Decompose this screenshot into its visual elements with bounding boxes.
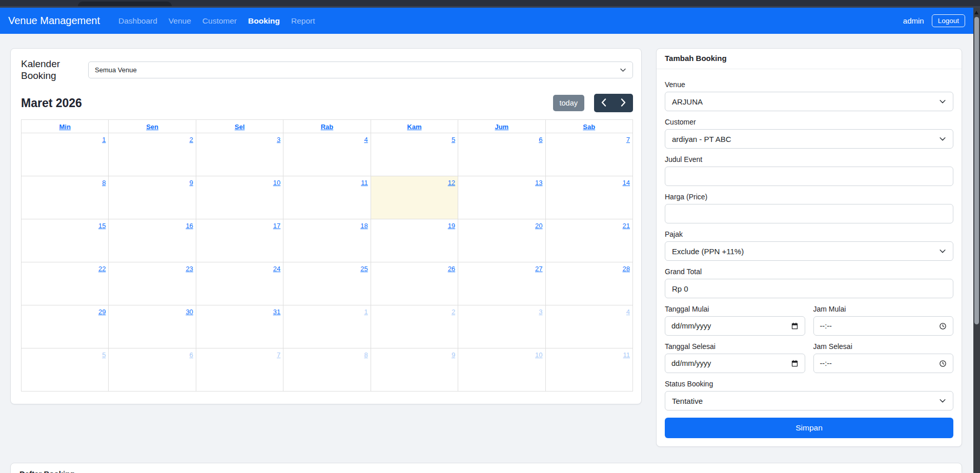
day-number-link[interactable]: 23 [186, 265, 193, 273]
day-number-link[interactable]: 14 [623, 179, 630, 187]
calendar-day-cell[interactable]: 9 [371, 348, 458, 392]
calendar-day-cell[interactable]: 2 [371, 305, 458, 348]
day-number-link[interactable]: 27 [535, 265, 542, 273]
day-number-link[interactable]: 11 [623, 351, 630, 359]
status-booking-select[interactable]: Tentative [665, 391, 953, 410]
calendar-day-cell-today[interactable]: 12 [371, 176, 458, 219]
grand-total-input[interactable] [665, 279, 953, 298]
calendar-day-cell[interactable]: 31 [196, 305, 283, 348]
nav-item-booking[interactable]: Booking [243, 12, 285, 30]
app-brand[interactable]: Venue Management [8, 15, 100, 27]
day-number-link[interactable]: 22 [98, 265, 106, 273]
jam-selesai-input[interactable]: --:-- [813, 354, 954, 373]
nav-item-report[interactable]: Report [286, 12, 320, 30]
day-number-link[interactable]: 9 [190, 179, 193, 187]
logout-button[interactable]: Logout [932, 14, 965, 27]
customer-select[interactable]: ardiyan - PT ABC [665, 129, 953, 149]
day-number-link[interactable]: 31 [273, 308, 280, 316]
calendar-day-cell[interactable]: 28 [545, 262, 632, 305]
day-number-link[interactable]: 8 [102, 179, 106, 187]
tanggal-selesai-input[interactable]: dd/mm/yyyy [665, 354, 805, 373]
weekday-link[interactable]: Sab [583, 123, 595, 131]
calendar-day-cell[interactable]: 30 [109, 305, 196, 348]
day-number-link[interactable]: 17 [273, 222, 280, 230]
calendar-day-cell[interactable]: 21 [545, 219, 632, 262]
clock-icon[interactable] [939, 322, 947, 330]
today-button[interactable]: today [553, 95, 584, 111]
weekday-link[interactable]: Jum [495, 123, 508, 131]
venue-select[interactable]: ARJUNA [665, 92, 953, 111]
calendar-day-cell[interactable]: 15 [22, 219, 109, 262]
calendar-day-cell[interactable]: 11 [545, 348, 632, 392]
scrollbar-up-icon[interactable] [974, 11, 978, 14]
tanggal-mulai-input[interactable]: dd/mm/yyyy [665, 316, 805, 336]
calendar-day-cell[interactable]: 8 [22, 176, 109, 219]
calendar-day-cell[interactable]: 9 [109, 176, 196, 219]
venue-filter-select[interactable]: Semua Venue [88, 61, 633, 78]
day-number-link[interactable]: 3 [277, 136, 280, 143]
nav-item-dashboard[interactable]: Dashboard [113, 12, 162, 30]
day-number-link[interactable]: 11 [361, 179, 368, 187]
day-number-link[interactable]: 7 [626, 136, 630, 143]
calendar-day-cell[interactable]: 7 [545, 133, 632, 176]
day-number-link[interactable]: 5 [102, 351, 106, 359]
nav-item-customer[interactable]: Customer [197, 12, 242, 30]
calendar-day-cell[interactable]: 6 [458, 133, 545, 176]
day-number-link[interactable]: 21 [623, 222, 630, 230]
calendar-day-cell[interactable]: 3 [458, 305, 545, 348]
calendar-day-cell[interactable]: 18 [283, 219, 371, 262]
calendar-day-cell[interactable]: 27 [458, 262, 545, 305]
day-number-link[interactable]: 1 [364, 308, 368, 316]
day-number-link[interactable]: 2 [190, 136, 193, 143]
prev-month-button[interactable] [594, 94, 614, 112]
calendar-day-cell[interactable]: 5 [371, 133, 458, 176]
calendar-day-cell[interactable]: 5 [22, 348, 109, 392]
day-number-link[interactable]: 4 [626, 308, 630, 316]
next-month-button[interactable] [614, 94, 633, 112]
judul-event-input[interactable] [665, 167, 953, 186]
calendar-day-cell[interactable]: 4 [283, 133, 371, 176]
day-number-link[interactable]: 10 [535, 351, 542, 359]
calendar-day-cell[interactable]: 4 [545, 305, 632, 348]
day-number-link[interactable]: 15 [98, 222, 106, 230]
clock-icon[interactable] [939, 360, 947, 367]
day-number-link[interactable]: 28 [623, 265, 630, 273]
calendar-day-cell[interactable]: 1 [22, 133, 109, 176]
weekday-link[interactable]: Rab [321, 123, 334, 131]
day-number-link[interactable]: 30 [186, 308, 193, 316]
day-number-link[interactable]: 13 [535, 179, 542, 187]
calendar-day-cell[interactable]: 13 [458, 176, 545, 219]
calendar-day-cell[interactable]: 10 [196, 176, 283, 219]
calendar-day-cell[interactable]: 11 [283, 176, 371, 219]
calendar-icon[interactable] [791, 322, 799, 330]
weekday-link[interactable]: Kam [407, 123, 421, 131]
calendar-day-cell[interactable]: 17 [196, 219, 283, 262]
day-number-link[interactable]: 20 [535, 222, 542, 230]
day-number-link[interactable]: 3 [539, 308, 542, 316]
day-number-link[interactable]: 9 [452, 351, 455, 359]
day-number-link[interactable]: 6 [539, 136, 542, 143]
calendar-day-cell[interactable]: 2 [109, 133, 196, 176]
calendar-day-cell[interactable]: 20 [458, 219, 545, 262]
day-number-link[interactable]: 12 [448, 179, 455, 187]
day-number-link[interactable]: 18 [360, 222, 368, 230]
day-number-link[interactable]: 5 [452, 136, 455, 143]
day-number-link[interactable]: 7 [277, 351, 280, 359]
calendar-day-cell[interactable]: 19 [371, 219, 458, 262]
calendar-day-cell[interactable]: 22 [22, 262, 109, 305]
calendar-day-cell[interactable]: 16 [109, 219, 196, 262]
day-number-link[interactable]: 1 [102, 136, 106, 143]
day-number-link[interactable]: 26 [448, 265, 455, 273]
calendar-day-cell[interactable]: 23 [109, 262, 196, 305]
day-number-link[interactable]: 24 [273, 265, 280, 273]
jam-mulai-input[interactable]: --:-- [813, 316, 954, 336]
calendar-day-cell[interactable]: 8 [283, 348, 371, 392]
calendar-day-cell[interactable]: 3 [196, 133, 283, 176]
day-number-link[interactable]: 25 [360, 265, 368, 273]
calendar-day-cell[interactable]: 26 [371, 262, 458, 305]
day-number-link[interactable]: 4 [364, 136, 368, 143]
calendar-icon[interactable] [791, 360, 799, 367]
simpan-button[interactable]: Simpan [665, 418, 953, 438]
weekday-link[interactable]: Sel [235, 123, 245, 131]
calendar-day-cell[interactable]: 1 [283, 305, 371, 348]
